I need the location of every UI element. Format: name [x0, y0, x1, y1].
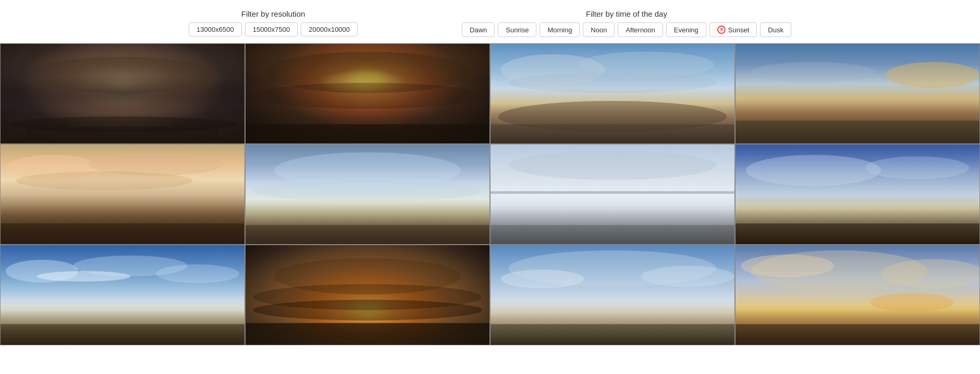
time-btn-sunrise[interactable]: Sunrise — [498, 22, 536, 37]
svg-rect-23 — [491, 225, 734, 245]
grid-image-9[interactable] — [0, 245, 245, 345]
svg-point-0 — [29, 57, 216, 93]
svg-point-28 — [73, 256, 187, 276]
svg-rect-35 — [246, 323, 489, 345]
svg-point-21 — [509, 151, 716, 180]
svg-point-29 — [156, 264, 239, 283]
resolution-btn-15000[interactable]: 15000x7500 — [245, 22, 298, 37]
svg-point-7 — [579, 52, 714, 78]
grid-image-10[interactable] — [245, 245, 490, 345]
svg-point-32 — [274, 258, 461, 295]
svg-point-6 — [501, 54, 605, 86]
svg-point-33 — [253, 284, 482, 310]
svg-rect-5 — [246, 124, 489, 144]
svg-point-40 — [751, 250, 928, 292]
svg-point-19 — [253, 181, 482, 202]
svg-point-16 — [16, 172, 193, 190]
time-btn-afternoon[interactable]: Afternoon — [618, 22, 663, 37]
grid-image-5[interactable] — [0, 144, 245, 245]
svg-point-18 — [274, 152, 461, 189]
time-of-day-filter-label: Filter by time of the day — [586, 9, 667, 18]
image-grid — [0, 43, 980, 345]
time-btn-noon[interactable]: Noon — [583, 22, 615, 37]
svg-point-8 — [509, 73, 716, 93]
grid-image-6[interactable] — [245, 144, 490, 245]
svg-point-14 — [6, 155, 99, 181]
time-btn-dusk[interactable]: Dusk — [760, 22, 791, 37]
svg-rect-22 — [491, 191, 734, 194]
svg-point-34 — [253, 300, 482, 321]
grid-image-11[interactable] — [490, 245, 735, 345]
svg-point-36 — [509, 250, 716, 287]
grid-image-3[interactable] — [490, 43, 735, 144]
svg-point-38 — [641, 266, 734, 287]
grid-image-1[interactable] — [0, 43, 245, 144]
time-btn-dawn[interactable]: Dawn — [462, 22, 495, 37]
svg-rect-13 — [736, 120, 979, 144]
time-btn-sunset[interactable]: ✕ Sunset — [709, 22, 757, 37]
svg-rect-17 — [1, 223, 244, 245]
grid-image-4[interactable] — [735, 43, 980, 144]
svg-point-27 — [6, 260, 78, 283]
time-of-day-filter-buttons: Dawn Sunrise Morning Noon Afternoon Even… — [462, 22, 791, 37]
svg-point-9 — [498, 101, 727, 132]
time-btn-evening[interactable]: Evening — [666, 22, 706, 37]
svg-point-43 — [871, 293, 953, 312]
svg-rect-1 — [27, 127, 218, 144]
svg-point-25 — [865, 156, 969, 179]
svg-point-3 — [264, 52, 471, 93]
svg-rect-31 — [1, 324, 244, 345]
svg-point-30 — [37, 271, 130, 282]
resolution-btn-20000[interactable]: 20000x10000 — [301, 22, 358, 37]
svg-rect-26 — [736, 223, 979, 245]
svg-point-24 — [746, 155, 881, 186]
svg-point-37 — [501, 270, 584, 288]
svg-point-11 — [886, 62, 979, 88]
svg-rect-20 — [246, 225, 489, 245]
resolution-filter-group: Filter by resolution 13000x6500 15000x75… — [189, 9, 358, 37]
svg-point-2 — [8, 116, 237, 132]
svg-point-4 — [253, 83, 482, 109]
grid-image-2[interactable] — [245, 43, 490, 144]
svg-rect-39 — [491, 324, 734, 345]
svg-rect-10 — [491, 124, 734, 144]
grid-image-12[interactable] — [735, 245, 980, 345]
svg-point-42 — [881, 259, 979, 288]
sunset-label: Sunset — [728, 26, 749, 34]
resolution-filter-buttons: 13000x6500 15000x7500 20000x10000 — [189, 22, 358, 37]
time-btn-morning[interactable]: Morning — [540, 22, 580, 37]
svg-point-41 — [741, 255, 834, 278]
x-circle-icon: ✕ — [717, 26, 726, 34]
grid-image-7[interactable] — [490, 144, 735, 245]
svg-rect-44 — [736, 324, 979, 345]
resolution-btn-13000[interactable]: 13000x6500 — [189, 22, 242, 37]
resolution-filter-label: Filter by resolution — [241, 9, 305, 18]
time-of-day-filter-group: Filter by time of the day Dawn Sunrise M… — [462, 9, 791, 37]
svg-point-15 — [89, 153, 224, 176]
svg-point-12 — [751, 62, 876, 83]
filter-bar: Filter by resolution 13000x6500 15000x75… — [0, 0, 980, 43]
grid-image-8[interactable] — [735, 144, 980, 245]
